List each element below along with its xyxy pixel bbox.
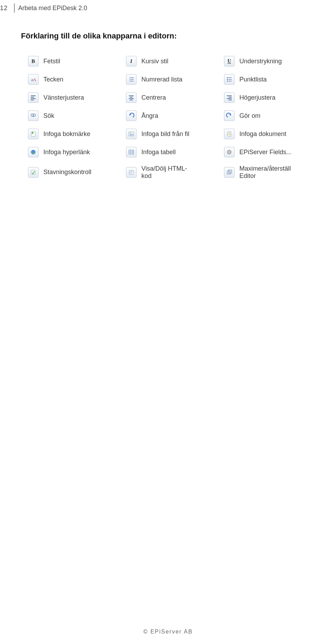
spellcheck-icon xyxy=(28,167,38,178)
legend-cell: Punktlista xyxy=(224,74,322,85)
legend-label: Ångra xyxy=(141,112,158,120)
legend-row: Infoga bokmärke Infoga bild från fil xyxy=(28,129,322,139)
legend-cell: Infoga bild från fil xyxy=(126,129,224,139)
svg-text:A: A xyxy=(33,77,36,82)
gear-icon xyxy=(224,147,234,157)
legend-row: Stavningskontroll Visa/Dölj HTML- kod xyxy=(28,165,322,179)
svg-rect-46 xyxy=(129,150,134,154)
redo-icon xyxy=(224,110,234,121)
legend-label: Stavningskontroll xyxy=(43,169,91,176)
legend-label: Maximera/återställ Editor xyxy=(239,165,291,179)
legend-row: Infoga hyperlänk Infoga tabell xyxy=(28,147,322,157)
ordered-list-icon: 1 2 3 xyxy=(126,74,136,85)
html-toggle-icon xyxy=(126,167,136,178)
image-icon xyxy=(126,129,136,139)
bookmark-icon xyxy=(28,129,38,139)
legend-cell: Centrera xyxy=(126,92,224,103)
legend-label: Högerjustera xyxy=(239,94,275,101)
legend-label: Infoga hyperlänk xyxy=(43,149,90,156)
legend-cell: Stavningskontroll xyxy=(28,167,126,178)
legend-cell: Maximera/återställ Editor xyxy=(224,165,322,179)
legend-cell: Högerjustera xyxy=(224,92,322,103)
legend-label: Sök xyxy=(43,112,54,120)
legend-cell: Infoga dokument xyxy=(224,129,322,139)
legend-label: Infoga dokument xyxy=(239,130,286,138)
svg-point-16 xyxy=(227,80,228,81)
page-number: 12 xyxy=(0,5,8,12)
legend-cell: aA Tecken xyxy=(28,74,126,85)
document-icon xyxy=(224,129,234,139)
svg-point-14 xyxy=(227,79,228,80)
page-footer: © EPiServer AB xyxy=(0,629,336,635)
hyperlink-icon xyxy=(28,147,38,157)
svg-text:3: 3 xyxy=(130,80,131,82)
page-header: 12 Arbeta med EPiDesk 2.0 xyxy=(0,3,87,13)
legend-label: Punktlista xyxy=(239,76,267,83)
legend-cell: Infoga tabell xyxy=(126,147,224,157)
table-icon xyxy=(126,147,136,157)
legend-label: Understrykning xyxy=(239,58,282,65)
legend-cell: EPiServer Fields... xyxy=(224,147,322,157)
underline-icon: U xyxy=(224,56,234,66)
maximize-icon xyxy=(224,167,234,178)
align-center-icon xyxy=(126,92,136,103)
bold-icon: B xyxy=(28,56,38,66)
svg-point-52 xyxy=(229,151,230,153)
legend-label: Infoga bokmärke xyxy=(43,130,90,138)
legend-label: Numrerad lista xyxy=(141,76,182,83)
legend-cell: Infoga hyperlänk xyxy=(28,147,126,157)
search-icon xyxy=(28,110,38,121)
legend-label: Visa/Dölj HTML- kod xyxy=(141,165,187,179)
legend-cell: B Fetstil xyxy=(28,56,126,66)
svg-text:I: I xyxy=(130,58,133,64)
section-heading: Förklaring till de olika knapparna i edi… xyxy=(21,31,177,41)
legend-label: Centrera xyxy=(141,94,166,101)
legend-cell: Vänsterjustera xyxy=(28,92,126,103)
legend-label: Infoga tabell xyxy=(141,149,176,156)
legend-row: B Fetstil I Kursiv stil U Understrykning xyxy=(28,56,322,66)
legend-label: Tecken xyxy=(43,76,63,83)
bullet-list-icon xyxy=(224,74,234,85)
svg-line-58 xyxy=(231,153,231,154)
svg-point-12 xyxy=(227,77,228,78)
legend-label: Infoga bild från fil xyxy=(141,130,189,138)
header-separator xyxy=(14,3,15,13)
legend-cell: Visa/Dölj HTML- kod xyxy=(126,165,224,179)
legend-row: Vänsterjustera Centrera xyxy=(28,92,322,103)
legend-row: aA Tecken 1 2 3 Numrerad lista xyxy=(28,74,322,85)
italic-icon: I xyxy=(126,56,136,66)
legend-cell: Infoga bokmärke xyxy=(28,129,126,139)
legend-cell: I Kursiv stil xyxy=(126,56,224,66)
svg-line-57 xyxy=(227,150,228,151)
legend-cell: Gör om xyxy=(224,110,322,121)
legend-label: Vänsterjustera xyxy=(43,94,84,101)
align-right-icon xyxy=(224,92,234,103)
svg-text:B: B xyxy=(31,58,35,64)
legend-label: Fetstil xyxy=(43,58,60,65)
svg-line-60 xyxy=(231,150,231,151)
legend-cell: 1 2 3 Numrerad lista xyxy=(126,74,224,85)
legend-cell: U Understrykning xyxy=(224,56,322,66)
legend-label: EPiServer Fields... xyxy=(239,149,292,156)
header-title: Arbeta med EPiDesk 2.0 xyxy=(18,5,87,12)
svg-point-38 xyxy=(130,133,131,134)
legend-label: Kursiv stil xyxy=(141,58,168,65)
font-icon: aA xyxy=(28,74,38,85)
svg-line-59 xyxy=(227,153,228,154)
legend-row: Sök Ångra Gör om xyxy=(28,110,322,121)
legend-label: Gör om xyxy=(239,112,260,120)
legend-cell: Ångra xyxy=(126,110,224,121)
legend-cell: Sök xyxy=(28,110,126,121)
align-left-icon xyxy=(28,92,38,103)
svg-text:U: U xyxy=(227,58,231,64)
button-legend-grid: B Fetstil I Kursiv stil U Understrykning… xyxy=(28,56,322,187)
undo-icon xyxy=(126,110,136,121)
